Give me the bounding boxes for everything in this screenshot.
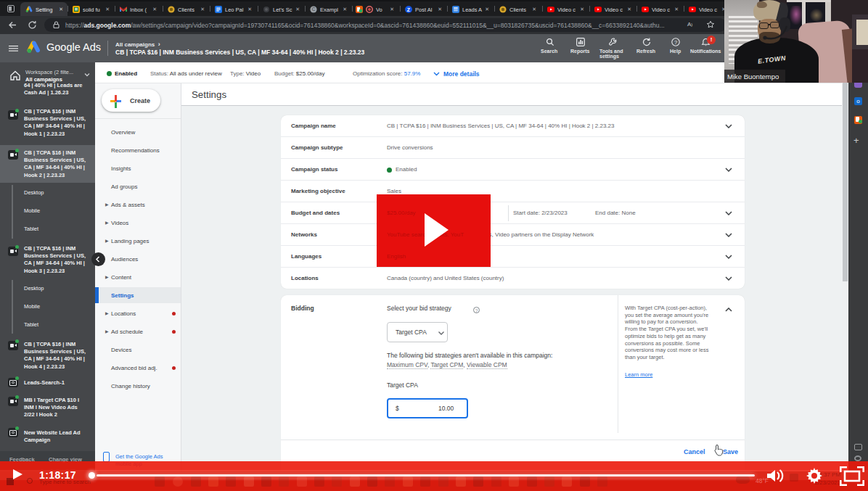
svg-text:C: C <box>312 7 316 12</box>
svg-text:Z: Z <box>407 7 411 12</box>
svg-text:?: ? <box>674 39 677 46</box>
